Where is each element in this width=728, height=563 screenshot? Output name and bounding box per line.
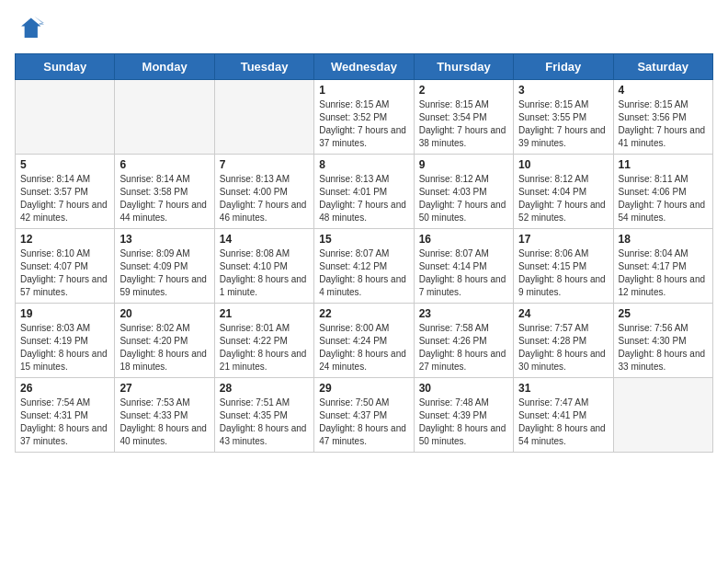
cell-details: Sunrise: 7:51 AM Sunset: 4:35 PM Dayligh… bbox=[220, 396, 309, 448]
calendar-cell: 18Sunrise: 8:04 AM Sunset: 4:17 PM Dayli… bbox=[613, 229, 712, 304]
cell-details: Sunrise: 7:48 AM Sunset: 4:39 PM Dayligh… bbox=[419, 396, 508, 448]
day-number: 7 bbox=[220, 158, 309, 171]
cell-details: Sunrise: 8:10 AM Sunset: 4:07 PM Dayligh… bbox=[20, 247, 109, 299]
calendar-cell: 28Sunrise: 7:51 AM Sunset: 4:35 PM Dayli… bbox=[214, 378, 313, 453]
calendar-cell: 22Sunrise: 8:00 AM Sunset: 4:24 PM Dayli… bbox=[314, 304, 414, 378]
day-number: 3 bbox=[518, 84, 608, 97]
cell-details: Sunrise: 8:07 AM Sunset: 4:12 PM Dayligh… bbox=[319, 247, 408, 299]
calendar-cell: 24Sunrise: 7:57 AM Sunset: 4:28 PM Dayli… bbox=[514, 304, 613, 378]
calendar-cell: 31Sunrise: 7:47 AM Sunset: 4:41 PM Dayli… bbox=[514, 378, 613, 453]
day-number: 2 bbox=[419, 84, 508, 97]
cell-details: Sunrise: 8:13 AM Sunset: 4:01 PM Dayligh… bbox=[319, 173, 408, 224]
cell-details: Sunrise: 7:57 AM Sunset: 4:28 PM Dayligh… bbox=[518, 322, 608, 373]
calendar-cell: 17Sunrise: 8:06 AM Sunset: 4:15 PM Dayli… bbox=[514, 229, 613, 304]
week-row-2: 5Sunrise: 8:14 AM Sunset: 3:57 PM Daylig… bbox=[16, 155, 713, 229]
cell-details: Sunrise: 8:13 AM Sunset: 4:00 PM Dayligh… bbox=[220, 173, 309, 224]
calendar-cell: 3Sunrise: 8:15 AM Sunset: 3:55 PM Daylig… bbox=[514, 80, 613, 155]
day-number: 17 bbox=[518, 233, 608, 246]
calendar-cell: 9Sunrise: 8:12 AM Sunset: 4:03 PM Daylig… bbox=[414, 155, 513, 229]
calendar-cell: 2Sunrise: 8:15 AM Sunset: 3:54 PM Daylig… bbox=[414, 80, 513, 155]
cell-details: Sunrise: 8:00 AM Sunset: 4:24 PM Dayligh… bbox=[319, 322, 408, 373]
day-number: 1 bbox=[319, 84, 408, 97]
week-row-4: 19Sunrise: 8:03 AM Sunset: 4:19 PM Dayli… bbox=[16, 304, 713, 378]
day-header-sunday: Sunday bbox=[16, 54, 115, 80]
calendar-cell: 6Sunrise: 8:14 AM Sunset: 3:58 PM Daylig… bbox=[115, 155, 214, 229]
cell-details: Sunrise: 7:54 AM Sunset: 4:31 PM Dayligh… bbox=[20, 396, 109, 448]
calendar-cell: 26Sunrise: 7:54 AM Sunset: 4:31 PM Dayli… bbox=[16, 378, 115, 453]
cell-details: Sunrise: 8:04 AM Sunset: 4:17 PM Dayligh… bbox=[619, 247, 708, 299]
week-row-3: 12Sunrise: 8:10 AM Sunset: 4:07 PM Dayli… bbox=[16, 229, 713, 304]
day-number: 30 bbox=[419, 382, 508, 395]
calendar-cell bbox=[16, 80, 115, 155]
day-number: 18 bbox=[619, 233, 708, 246]
day-number: 10 bbox=[518, 158, 608, 171]
day-number: 25 bbox=[619, 307, 708, 320]
cell-details: Sunrise: 7:53 AM Sunset: 4:33 PM Dayligh… bbox=[119, 396, 209, 448]
cell-details: Sunrise: 7:58 AM Sunset: 4:26 PM Dayligh… bbox=[419, 322, 508, 373]
cell-details: Sunrise: 8:14 AM Sunset: 3:58 PM Dayligh… bbox=[119, 173, 209, 224]
calendar-cell: 1Sunrise: 8:15 AM Sunset: 3:52 PM Daylig… bbox=[314, 80, 414, 155]
day-header-thursday: Thursday bbox=[414, 54, 513, 80]
cell-details: Sunrise: 7:50 AM Sunset: 4:37 PM Dayligh… bbox=[319, 396, 408, 448]
day-number: 19 bbox=[20, 307, 109, 320]
day-number: 8 bbox=[319, 158, 408, 171]
calendar-cell: 10Sunrise: 8:12 AM Sunset: 4:04 PM Dayli… bbox=[514, 155, 613, 229]
calendar-cell: 16Sunrise: 8:07 AM Sunset: 4:14 PM Dayli… bbox=[414, 229, 513, 304]
calendar-cell: 27Sunrise: 7:53 AM Sunset: 4:33 PM Dayli… bbox=[115, 378, 214, 453]
calendar-cell: 14Sunrise: 8:08 AM Sunset: 4:10 PM Dayli… bbox=[214, 229, 313, 304]
calendar-cell: 11Sunrise: 8:11 AM Sunset: 4:06 PM Dayli… bbox=[613, 155, 712, 229]
day-number: 21 bbox=[220, 307, 309, 320]
cell-details: Sunrise: 8:12 AM Sunset: 4:04 PM Dayligh… bbox=[518, 173, 608, 224]
day-number: 6 bbox=[119, 158, 209, 171]
calendar-cell bbox=[115, 80, 214, 155]
calendar-table: SundayMondayTuesdayWednesdayThursdayFrid… bbox=[15, 53, 713, 453]
calendar-cell bbox=[214, 80, 313, 155]
cell-details: Sunrise: 8:07 AM Sunset: 4:14 PM Dayligh… bbox=[419, 247, 508, 299]
day-header-tuesday: Tuesday bbox=[214, 54, 313, 80]
day-header-friday: Friday bbox=[514, 54, 613, 80]
calendar-cell: 20Sunrise: 8:02 AM Sunset: 4:20 PM Dayli… bbox=[115, 304, 214, 378]
calendar-cell: 15Sunrise: 8:07 AM Sunset: 4:12 PM Dayli… bbox=[314, 229, 414, 304]
day-number: 15 bbox=[319, 233, 408, 246]
day-header-wednesday: Wednesday bbox=[314, 54, 414, 80]
day-number: 12 bbox=[20, 233, 109, 246]
cell-details: Sunrise: 7:47 AM Sunset: 4:41 PM Dayligh… bbox=[518, 396, 608, 448]
page-header bbox=[15, 15, 713, 44]
calendar-cell: 21Sunrise: 8:01 AM Sunset: 4:22 PM Dayli… bbox=[214, 304, 313, 378]
day-number: 22 bbox=[319, 307, 408, 320]
calendar-cell: 7Sunrise: 8:13 AM Sunset: 4:00 PM Daylig… bbox=[214, 155, 313, 229]
cell-details: Sunrise: 8:08 AM Sunset: 4:10 PM Dayligh… bbox=[220, 247, 309, 299]
cell-details: Sunrise: 7:56 AM Sunset: 4:30 PM Dayligh… bbox=[619, 322, 708, 373]
cell-details: Sunrise: 8:15 AM Sunset: 3:54 PM Dayligh… bbox=[419, 98, 508, 150]
cell-details: Sunrise: 8:03 AM Sunset: 4:19 PM Dayligh… bbox=[20, 322, 109, 373]
day-number: 14 bbox=[220, 233, 309, 246]
cell-details: Sunrise: 8:01 AM Sunset: 4:22 PM Dayligh… bbox=[220, 322, 309, 373]
day-number: 27 bbox=[119, 382, 209, 395]
day-header-monday: Monday bbox=[115, 54, 214, 80]
cell-details: Sunrise: 8:11 AM Sunset: 4:06 PM Dayligh… bbox=[619, 173, 708, 224]
calendar-cell: 12Sunrise: 8:10 AM Sunset: 4:07 PM Dayli… bbox=[16, 229, 115, 304]
calendar-cell: 19Sunrise: 8:03 AM Sunset: 4:19 PM Dayli… bbox=[16, 304, 115, 378]
day-number: 11 bbox=[619, 158, 708, 171]
calendar-cell: 23Sunrise: 7:58 AM Sunset: 4:26 PM Dayli… bbox=[414, 304, 513, 378]
cell-details: Sunrise: 8:15 AM Sunset: 3:56 PM Dayligh… bbox=[619, 98, 708, 150]
cell-details: Sunrise: 8:12 AM Sunset: 4:03 PM Dayligh… bbox=[419, 173, 508, 224]
day-number: 28 bbox=[220, 382, 309, 395]
cell-details: Sunrise: 8:15 AM Sunset: 3:52 PM Dayligh… bbox=[319, 98, 408, 150]
cell-details: Sunrise: 8:06 AM Sunset: 4:15 PM Dayligh… bbox=[518, 247, 608, 299]
calendar-cell: 13Sunrise: 8:09 AM Sunset: 4:09 PM Dayli… bbox=[115, 229, 214, 304]
cell-details: Sunrise: 8:02 AM Sunset: 4:20 PM Dayligh… bbox=[119, 322, 209, 373]
week-row-5: 26Sunrise: 7:54 AM Sunset: 4:31 PM Dayli… bbox=[16, 378, 713, 453]
day-number: 24 bbox=[518, 307, 608, 320]
day-number: 13 bbox=[119, 233, 209, 246]
day-number: 31 bbox=[518, 382, 608, 395]
calendar-cell: 8Sunrise: 8:13 AM Sunset: 4:01 PM Daylig… bbox=[314, 155, 414, 229]
day-number: 4 bbox=[619, 84, 708, 97]
day-number: 23 bbox=[419, 307, 508, 320]
calendar-cell: 4Sunrise: 8:15 AM Sunset: 3:56 PM Daylig… bbox=[613, 80, 712, 155]
logo bbox=[15, 15, 48, 44]
cell-details: Sunrise: 8:15 AM Sunset: 3:55 PM Dayligh… bbox=[518, 98, 608, 150]
cell-details: Sunrise: 8:14 AM Sunset: 3:57 PM Dayligh… bbox=[20, 173, 109, 224]
day-number: 29 bbox=[319, 382, 408, 395]
logo-icon bbox=[15, 15, 44, 44]
